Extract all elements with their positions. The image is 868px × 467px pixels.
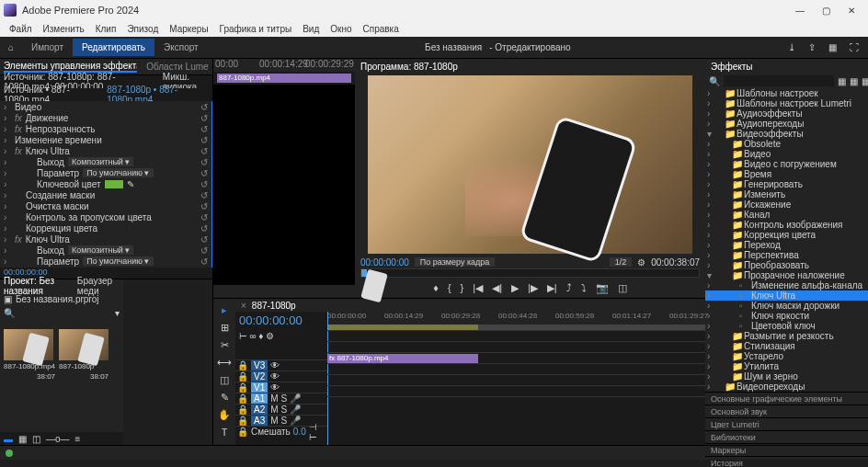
timeline-clip[interactable]: fx 887-1080p.mp4 <box>327 354 478 363</box>
fx-item[interactable]: ›▫Ключ маски дорожки <box>705 301 868 311</box>
mark-out-icon[interactable]: } <box>461 282 464 293</box>
quick-export-icon[interactable]: ⤓ <box>788 42 795 52</box>
filter-icon[interactable]: ▾ <box>115 308 120 318</box>
effect-row[interactable]: ›ПараметрПо умолчанию ▾↺ <box>0 167 211 178</box>
fx-item[interactable]: ›📁Шум и зерно <box>705 371 868 382</box>
menu-Клип[interactable]: Клип <box>90 24 122 34</box>
effect-row[interactable]: ›fxНепрозрачность↺ <box>0 123 211 134</box>
effect-row[interactable]: ›Изменение времени↺ <box>0 134 211 145</box>
effects-search-input[interactable] <box>724 75 834 86</box>
effect-row[interactable]: ›ВыходКомпозитный ▾↺ <box>0 156 211 167</box>
fx-item[interactable]: ›▫Ключ яркости <box>705 311 868 321</box>
home-icon[interactable]: ⌂ <box>0 42 22 52</box>
clip-thumbnail[interactable] <box>4 329 53 360</box>
tool-0[interactable]: ▸ <box>222 304 227 316</box>
track-head-A1[interactable]: 🔒A1MS🎤 <box>235 393 327 404</box>
extract-icon[interactable]: ⤵ <box>581 282 587 293</box>
fx-item[interactable]: ›📁Генерировать <box>705 179 868 189</box>
link-icon[interactable]: ∞ <box>250 331 257 341</box>
effect-row[interactable]: ›fxДвижение↺ <box>0 112 211 123</box>
menu-Справка[interactable]: Справка <box>358 24 405 34</box>
tab-lumetri-scopes[interactable]: Области Lumetri <box>146 62 209 72</box>
fx-item[interactable]: ›📁Видеопереходы <box>705 382 868 392</box>
panel-collapsed[interactable]: Основной звук <box>705 404 868 417</box>
track-head-A2[interactable]: 🔒A2MS🎤 <box>235 404 327 415</box>
tab-import[interactable]: Импорт <box>22 39 73 56</box>
tool-5[interactable]: ✎ <box>221 392 229 404</box>
fullscreen-icon[interactable]: ⛶ <box>850 42 859 52</box>
step-back-icon[interactable]: ◀| <box>492 282 502 294</box>
fx-item[interactable]: ›📁Шаблоны настроек <box>705 88 868 98</box>
bin-icon[interactable]: ▣ <box>4 294 12 304</box>
list-view-icon[interactable]: ▬ <box>4 434 13 444</box>
menu-Графика и титры[interactable]: Графика и титры <box>214 24 298 34</box>
tab-export[interactable]: Экспорт <box>154 39 208 56</box>
fx-item[interactable]: ›📁Размытие и резкость <box>705 331 868 341</box>
minimize-button[interactable]: — <box>787 6 813 16</box>
panel-collapsed[interactable]: Маркеры <box>705 443 868 456</box>
fx-item[interactable]: ›📁Утилита <box>705 361 868 371</box>
fx-item[interactable]: ›📁Аудиопереходы <box>705 119 868 129</box>
panel-collapsed[interactable]: Библиотеки <box>705 430 868 443</box>
fx-item[interactable]: ›📁Аудиоэффекты <box>705 108 868 119</box>
effect-row[interactable]: ›ВыходКомпозитный ▾↺ <box>0 245 211 256</box>
play-icon[interactable]: ▶ <box>511 282 519 294</box>
comparison-icon[interactable]: ◫ <box>618 282 627 294</box>
preset-icon[interactable]: ▦ <box>838 76 846 86</box>
source-clip[interactable]: 887-1080p.mp4 <box>217 74 351 83</box>
program-timecode[interactable]: 00:00:00:00 <box>360 257 409 268</box>
step-forward-icon[interactable]: |▶ <box>528 282 538 294</box>
effect-row[interactable]: ›Контроль за пропуском цвета↺ <box>0 211 211 222</box>
resolution-dropdown[interactable]: 1/2 <box>610 257 633 267</box>
fx-item[interactable]: ›📁Переход <box>705 240 868 250</box>
fx-item[interactable]: ›📁Контроль изображения <box>705 220 868 230</box>
track-head-V3[interactable]: 🔒V3👁 <box>235 359 327 370</box>
menu-Маркеры[interactable]: Маркеры <box>164 24 213 34</box>
fx-item[interactable]: ›📁Стилизация <box>705 341 868 351</box>
track-head-V2[interactable]: 🔒V2👁 <box>235 370 327 382</box>
zoom-slider[interactable]: —o— <box>46 434 70 444</box>
fx-item[interactable]: ›📁Видео <box>705 149 868 159</box>
clip-thumbnail[interactable] <box>59 329 108 360</box>
effect-row[interactable]: ›Видео↺ <box>0 101 211 112</box>
fx-item[interactable]: ›📁Устарело <box>705 351 868 361</box>
fx-item[interactable]: ›📁Шаблоны настроек Lumetri <box>705 98 868 108</box>
add-marker-icon[interactable]: ♦ <box>433 282 439 293</box>
freeform-view-icon[interactable]: ◫ <box>32 434 40 444</box>
share-icon[interactable]: ⇪ <box>808 42 816 52</box>
panel-collapsed[interactable]: Цвет Lumetri <box>705 417 868 430</box>
fx-item[interactable]: ▾📁Видеоэффекты <box>705 129 868 139</box>
fx-item[interactable]: ›📁Время <box>705 169 868 179</box>
lift-icon[interactable]: ⤴ <box>566 282 572 293</box>
search-icon[interactable]: 🔍 <box>4 308 15 318</box>
tool-6[interactable]: ✋ <box>218 409 231 421</box>
tool-7[interactable]: T <box>222 427 228 438</box>
tool-4[interactable]: ◫ <box>220 374 229 386</box>
track-head-V1[interactable]: 🔒V1👁 <box>235 382 327 393</box>
fx-item[interactable]: ›▫Цветовой ключ <box>705 321 868 331</box>
sort-icon[interactable]: ≡ <box>75 434 81 444</box>
tab-program[interactable]: Программа: 887-1080p <box>360 62 458 72</box>
menu-Эпизод[interactable]: Эпизод <box>121 24 164 34</box>
fx-item[interactable]: ›📁Видео с погружением <box>705 159 868 169</box>
effect-row[interactable]: ›Коррекция цвета↺ <box>0 222 211 234</box>
source-ruler[interactable]: 00:00 00:00:14:29 00:00:29:29 <box>213 59 355 72</box>
tab-edit[interactable]: Редактировать <box>73 39 154 56</box>
effect-row[interactable]: ›fxКлюч Ultra↺ <box>0 234 211 245</box>
go-to-in-icon[interactable]: |◀ <box>473 282 483 294</box>
fx-item[interactable]: ›📁Искажение <box>705 199 868 210</box>
tool-1[interactable]: ⊞ <box>221 322 229 334</box>
effect-row[interactable]: ›Ключевой цвет ✎↺ <box>0 178 211 189</box>
fit-dropdown[interactable]: По размеру кадра <box>415 257 496 267</box>
tool-2[interactable]: ✂ <box>221 339 229 351</box>
menu-Вид[interactable]: Вид <box>297 24 325 34</box>
maximize-button[interactable]: ▢ <box>813 6 839 16</box>
fx-item[interactable]: ›📁Преобразовать <box>705 260 868 270</box>
panel-collapsed[interactable]: История <box>705 456 868 467</box>
fx-item[interactable]: ›📁Коррекция цвета <box>705 230 868 240</box>
timeline-timecode[interactable]: 00:00:00:00 <box>235 312 327 329</box>
preset-icon[interactable]: ▦ <box>850 76 858 86</box>
fx-item[interactable]: ›📁Изменить <box>705 189 868 199</box>
panel-collapsed[interactable]: Основные графические элементы <box>705 392 868 404</box>
effect-row[interactable]: ›fxКлюч Ultra↺ <box>0 145 211 156</box>
